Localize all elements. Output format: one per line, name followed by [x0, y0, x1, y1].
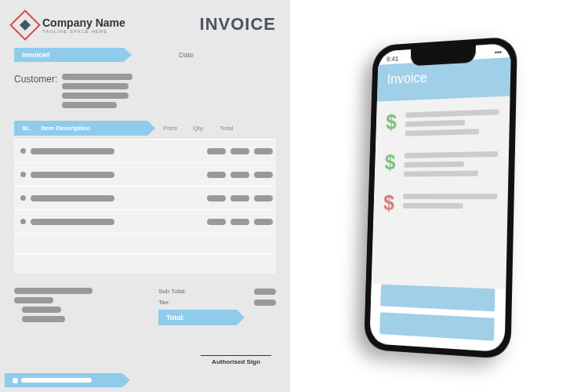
- dollar-icon: $: [384, 150, 396, 176]
- tax-value-placeholder: [254, 299, 276, 306]
- phone-action-button[interactable]: [379, 312, 495, 341]
- logo-icon: [9, 9, 41, 41]
- th-total: Total: [220, 125, 233, 132]
- th-sl: SL.: [22, 125, 31, 132]
- invoice-line-item: $: [384, 148, 498, 177]
- table-row: [14, 186, 276, 209]
- table-row: [14, 139, 276, 162]
- footer-banner: [5, 373, 130, 387]
- th-qty: Qty.: [193, 125, 204, 132]
- total-label: Total:: [158, 310, 245, 325]
- subtotal-label: Sub Total:: [158, 288, 186, 295]
- tax-label: Tax:: [158, 299, 170, 306]
- table-header-left: SL. Item Description: [14, 121, 155, 136]
- signature-label: Authorised Sign: [201, 358, 271, 365]
- table-row: [14, 162, 276, 186]
- subtotal-value-placeholder: [254, 289, 276, 295]
- invoice-number-label: Invoice#: [14, 48, 132, 62]
- dollar-icon: $: [383, 191, 395, 215]
- customer-label: Customer:: [14, 74, 57, 108]
- table-body: [14, 139, 276, 274]
- invoice-line-item: $: [383, 191, 498, 216]
- signature-line: [201, 355, 271, 356]
- invoice-document: Company Name TAGLINE SPACE HERE INVOICE …: [0, 0, 290, 392]
- phone-status-icons: •••: [495, 49, 502, 57]
- table-row: [14, 209, 276, 233]
- date-label: Date: [179, 51, 194, 59]
- document-title: INVOICE: [200, 14, 276, 34]
- company-name: Company Name: [42, 16, 125, 29]
- th-price: Price: [163, 125, 177, 132]
- company-logo-block: Company Name TAGLINE SPACE HERE: [14, 14, 125, 36]
- dollar-icon: $: [386, 110, 397, 136]
- customer-placeholder-lines: [62, 74, 132, 108]
- invoice-line-item: $: [386, 106, 499, 136]
- notes-placeholder: [14, 288, 93, 325]
- phone-time: 9:41: [387, 55, 399, 64]
- company-tagline: TAGLINE SPACE HERE: [42, 29, 125, 34]
- th-desc: Item Description: [41, 125, 90, 132]
- phone-action-button[interactable]: [380, 285, 495, 312]
- phone-mockup: 9:41 ••• Invoice $ $ $: [364, 36, 517, 359]
